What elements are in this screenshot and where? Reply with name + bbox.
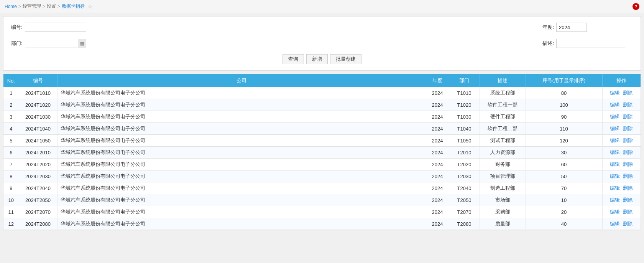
cell-action: 编辑 删除 [602, 159, 641, 170]
edit-link[interactable]: 编辑 [610, 114, 620, 119]
delete-link[interactable]: 删除 [623, 102, 633, 108]
cell-year: 2024 [426, 99, 449, 111]
delete-link[interactable]: 删除 [623, 197, 633, 203]
year-input[interactable] [556, 23, 587, 32]
table-row: 1 2024T1010 华域汽车系统股份有限公司电子分公司 2024 T1010… [3, 87, 641, 99]
edit-link[interactable]: 编辑 [610, 137, 620, 143]
dept-input[interactable] [25, 39, 86, 48]
edit-link[interactable]: 编辑 [610, 161, 620, 167]
cell-action: 编辑 删除 [602, 87, 641, 99]
search-panel: 编号: 部门: ▤ 年度: [3, 16, 641, 71]
breadcrumb-home[interactable]: Home [5, 4, 17, 9]
table-row: 6 2024T2010 华域汽车系统股份有限公司电子分公司 2024 T2010… [3, 147, 641, 159]
cell-code: 2024T2020 [19, 159, 57, 170]
table-row: 8 2024T2030 华域汽车系统股份有限公司电子分公司 2024 T2030… [3, 170, 641, 182]
cell-year: 2024 [426, 111, 449, 123]
dept-picker-button[interactable]: ▤ [78, 39, 86, 48]
table-row: 2 2024T1020 华域汽车系统股份有限公司电子分公司 2024 T1020… [3, 99, 641, 111]
th-company: 公司 [57, 74, 426, 87]
cell-action: 编辑 删除 [602, 147, 641, 159]
cell-action: 编辑 删除 [602, 170, 641, 182]
code-input[interactable] [25, 23, 86, 32]
cell-seq: 100 [526, 99, 602, 111]
cell-no: 10 [3, 194, 19, 206]
table-row: 3 2024T1030 华域汽车系统股份有限公司电子分公司 2024 T1030… [3, 111, 641, 123]
cell-dept: T2080 [449, 218, 480, 230]
dept-input-wrapper: ▤ [25, 39, 86, 48]
edit-link[interactable]: 编辑 [610, 185, 620, 191]
delete-link[interactable]: 删除 [623, 173, 633, 179]
cell-year: 2024 [426, 123, 449, 135]
breadcrumb-current[interactable]: 数据卡指标 [62, 3, 85, 10]
cell-desc: 采购部 [480, 206, 526, 218]
table-row: 4 2024T1040 华域汽车系统股份有限公司电子分公司 2024 T1040… [3, 123, 641, 135]
cell-dept: T2040 [449, 182, 480, 194]
edit-link[interactable]: 编辑 [610, 90, 620, 96]
cell-company: 华域汽车系统股份有限公司电子分公司 [57, 99, 426, 111]
edit-link[interactable]: 编辑 [610, 197, 620, 203]
breadcrumb-management: 经营管理 [23, 3, 41, 10]
delete-link[interactable]: 删除 [623, 137, 633, 143]
edit-link[interactable]: 编辑 [610, 221, 620, 227]
breadcrumb-sep2: > [43, 4, 45, 9]
cell-code: 2024T1010 [19, 87, 57, 99]
delete-link[interactable]: 删除 [623, 126, 633, 131]
edit-link[interactable]: 编辑 [610, 173, 620, 179]
cell-desc: 人力资源部 [480, 147, 526, 159]
delete-link[interactable]: 删除 [623, 149, 633, 155]
cell-no: 8 [3, 170, 19, 182]
cell-company: 华域汽车系统股份有限公司电子分公司 [57, 87, 426, 99]
cell-dept: T2050 [449, 194, 480, 206]
cell-code: 2024T1020 [19, 99, 57, 111]
help-icon[interactable]: ? [632, 3, 639, 10]
cell-seq: 120 [526, 135, 602, 147]
year-label: 年度: [542, 24, 554, 31]
edit-link[interactable]: 编辑 [610, 102, 620, 108]
edit-link[interactable]: 编辑 [610, 149, 620, 155]
edit-link[interactable]: 编辑 [610, 126, 620, 131]
cell-dept: T1050 [449, 135, 480, 147]
cell-company: 华域汽车系统股份有限公司电子分公司 [57, 170, 426, 182]
cell-desc: 市场部 [480, 194, 526, 206]
cell-code: 2024T2050 [19, 194, 57, 206]
delete-link[interactable]: 删除 [623, 114, 633, 119]
cell-action: 编辑 删除 [602, 99, 641, 111]
delete-link[interactable]: 删除 [623, 209, 633, 215]
cell-company: 华域汽车系统股份有限公司电子分公司 [57, 206, 426, 218]
cell-code: 2024T2070 [19, 206, 57, 218]
cell-code: 2024T2080 [19, 218, 57, 230]
cell-action: 编辑 删除 [602, 123, 641, 135]
breadcrumb: Home > 经营管理 > 设置 > 数据卡指标 ☆ [0, 0, 644, 13]
table-row: 5 2024T1050 华域汽车系统股份有限公司电子分公司 2024 T1050… [3, 135, 641, 147]
cell-dept: T1030 [449, 111, 480, 123]
cell-seq: 110 [526, 123, 602, 135]
cell-desc: 系统工程部 [480, 87, 526, 99]
cell-company: 华域汽车系统股份有限公司电子分公司 [57, 194, 426, 206]
add-button[interactable]: 新增 [306, 54, 328, 64]
delete-link[interactable]: 删除 [623, 185, 633, 191]
code-field-group: 编号: [11, 23, 86, 32]
cell-code: 2024T2030 [19, 170, 57, 182]
cell-desc: 项目管理部 [480, 170, 526, 182]
delete-link[interactable]: 删除 [623, 90, 633, 96]
cell-code: 2024T1050 [19, 135, 57, 147]
cell-year: 2024 [426, 147, 449, 159]
cell-dept: T1020 [449, 99, 480, 111]
data-panel: No. 编号 公司 年度 部门 描述 序号(用于显示排序) 操作 1 2024T… [3, 74, 641, 230]
cell-action: 编辑 删除 [602, 194, 641, 206]
delete-link[interactable]: 删除 [623, 221, 633, 227]
star-icon[interactable]: ☆ [88, 3, 93, 10]
delete-link[interactable]: 删除 [623, 161, 633, 167]
table-row: 10 2024T2050 华域汽车系统股份有限公司电子分公司 2024 T205… [3, 194, 641, 206]
table-row: 12 2024T2080 华域汽车系统股份有限公司电子分公司 2024 T208… [3, 218, 641, 230]
batch-create-button[interactable]: 批量创建 [330, 54, 361, 64]
query-button[interactable]: 查询 [283, 54, 304, 64]
cell-year: 2024 [426, 87, 449, 99]
cell-seq: 80 [526, 87, 602, 99]
cell-desc: 硬件工程部 [480, 111, 526, 123]
desc-input[interactable] [556, 39, 625, 48]
edit-link[interactable]: 编辑 [610, 209, 620, 215]
cell-year: 2024 [426, 170, 449, 182]
cell-no: 5 [3, 135, 19, 147]
cell-code: 2024T1040 [19, 123, 57, 135]
